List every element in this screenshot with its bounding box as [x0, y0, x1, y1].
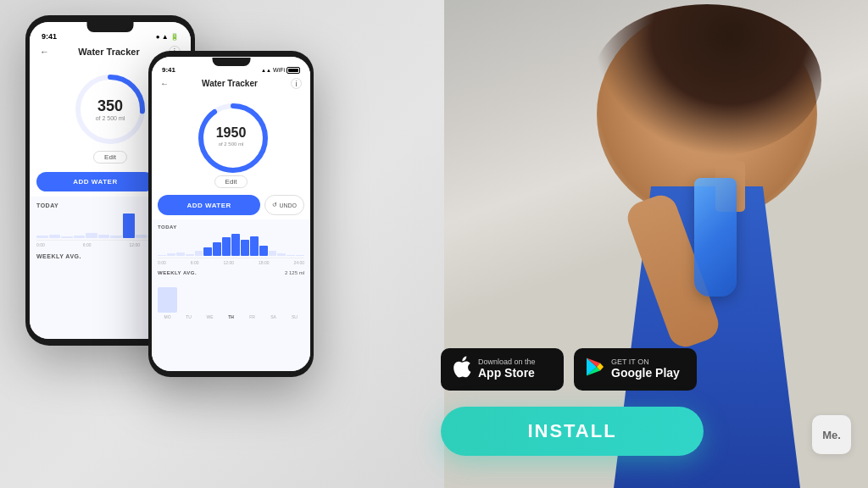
- chart-label-4: 24:00: [293, 260, 304, 265]
- chart-label-1: 6:00: [191, 260, 199, 265]
- phone-back-notch: [87, 22, 134, 32]
- google-play-button[interactable]: GET IT ON Google Play: [574, 348, 697, 391]
- phone-back-status: ● ▲ 🔋: [156, 33, 179, 41]
- store-buttons-container: Download on the App Store GET IT ON Goog…: [441, 348, 697, 391]
- phone-back-subtitle: of 2 500 ml: [96, 115, 125, 121]
- wl-sa: SA: [270, 314, 276, 319]
- me-badge: Me.: [812, 415, 851, 454]
- wl-th: TH: [228, 314, 234, 319]
- phone-back-chart-label-0: 0:00: [36, 242, 45, 247]
- phone-front-weekly-label: WEEKLY AVG.: [158, 270, 197, 275]
- apple-icon: [453, 356, 471, 384]
- phone-back-chart-label-2: 12:00: [130, 242, 141, 247]
- chart-label-0: 0:00: [158, 260, 166, 265]
- phone-front-undo-button[interactable]: ↺ UNDO: [264, 195, 304, 215]
- water-bottle: [694, 178, 737, 297]
- phone-front-back-icon: ←: [160, 79, 169, 88]
- phone-front-chart: [158, 231, 304, 258]
- phone-front-title: Water Tracker: [202, 79, 258, 88]
- phone-back-chart-label-1: 6:00: [83, 242, 92, 247]
- app-store-large-text: App Store: [478, 366, 536, 380]
- wl-mo: MO: [164, 314, 170, 319]
- install-button[interactable]: INSTALL: [441, 407, 704, 456]
- app-store-button[interactable]: Download on the App Store: [441, 348, 564, 391]
- google-play-text: GET IT ON Google Play: [611, 358, 680, 380]
- phone-back-title: Water Tracker: [78, 47, 139, 57]
- phone-front-water-circle: 1950 of 2 500 ml: [195, 100, 267, 172]
- phone-back-add-water-button[interactable]: ADD WATER: [36, 172, 154, 191]
- phone-front-info-icon: i: [291, 78, 302, 89]
- wl-fr: FR: [249, 314, 255, 319]
- phone-front-amount: 1950: [216, 126, 247, 140]
- phone-back-edit-button[interactable]: Edit: [93, 151, 127, 164]
- phone-back-amount: 350: [96, 98, 125, 114]
- phone-back-back-icon: ←: [40, 47, 49, 57]
- phone-front-weekly-avg: 2 125 ml: [285, 270, 304, 275]
- phone-front-edit-button[interactable]: Edit: [214, 175, 248, 188]
- phone-front-weekly-chart: MO TU WE TH: [158, 277, 304, 319]
- phone-front-subtitle: of 2 500 ml: [216, 141, 247, 147]
- phone-front-today-label: TODAY: [158, 225, 304, 230]
- phone-back-time: 9:41: [42, 32, 57, 41]
- google-play-icon: [586, 357, 604, 382]
- phone-front-status: ▲▲ WiFi: [261, 67, 300, 74]
- chart-label-3: 18:00: [259, 260, 270, 265]
- phone-front-notch: [212, 58, 250, 66]
- undo-icon: ↺: [272, 202, 277, 208]
- app-store-small-text: Download on the: [478, 358, 536, 366]
- app-store-text: Download on the App Store: [478, 358, 536, 380]
- phone-front-screen: 9:41 ▲▲ WiFi ← Water Tracker i: [152, 57, 310, 371]
- google-play-small-text: GET IT ON: [611, 358, 680, 366]
- chart-label-2: 12:00: [223, 260, 234, 265]
- phone-front-time: 9:41: [162, 66, 175, 74]
- phone-front-add-water-button[interactable]: ADD WATER: [158, 195, 260, 215]
- wl-su: SU: [292, 314, 298, 319]
- wl-we: WE: [206, 314, 213, 319]
- google-play-large-text: Google Play: [611, 366, 680, 380]
- phone-back-water-circle: 350 of 2 500 ml: [72, 71, 148, 147]
- phone-front: 9:41 ▲▲ WiFi ← Water Tracker i: [148, 51, 314, 377]
- wl-tu: TU: [186, 314, 192, 319]
